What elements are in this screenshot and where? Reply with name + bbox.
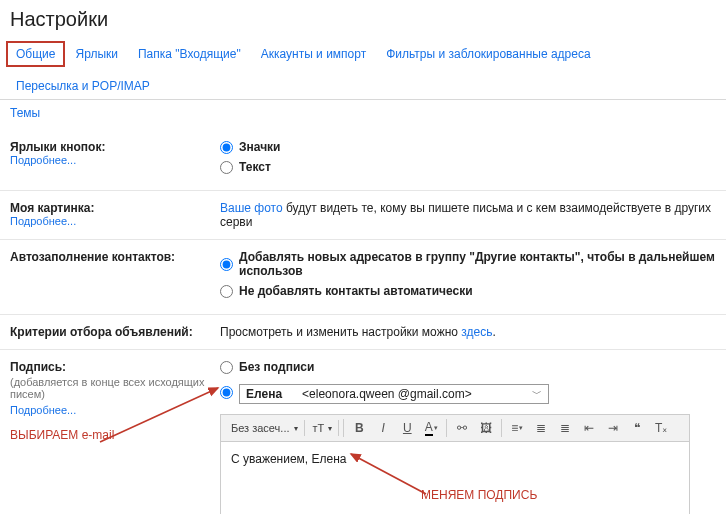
ad-criteria-here-link[interactable]: здесь	[461, 325, 492, 339]
radio-add-contacts[interactable]	[220, 258, 233, 271]
tab-themes[interactable]: Темы	[10, 106, 40, 120]
insert-image-button[interactable]: 🖼	[475, 418, 497, 438]
my-picture-label: Моя картинка:	[10, 201, 210, 215]
font-size-label: тT	[313, 422, 325, 434]
annotation-select-email: ВЫБИРАЕМ e-mail	[10, 428, 114, 442]
link-button[interactable]: ⚯	[451, 418, 473, 438]
radio-no-signature[interactable]	[220, 361, 233, 374]
button-labels-label: Ярлыки кнопок:	[10, 140, 210, 154]
quote-button[interactable]: ❝	[626, 418, 648, 438]
your-photo-link[interactable]: Ваше фото	[220, 201, 283, 215]
annotation-change-signature: МЕНЯЕМ ПОДПИСЬ	[421, 488, 537, 502]
remove-formatting-button[interactable]: Tₓ	[650, 418, 672, 438]
signature-more-link[interactable]: Подробнее...	[10, 404, 210, 416]
signature-subtext: (добавляется в конце всех исходящих писе…	[10, 376, 210, 400]
text-color-button[interactable]: A▾	[420, 418, 442, 438]
svg-line-0	[351, 454, 426, 494]
radio-noadd-contacts[interactable]	[220, 285, 233, 298]
tab-forwarding[interactable]: Пересылка и POP/IMAP	[6, 73, 160, 99]
font-size-dropdown[interactable]: тT ▾	[307, 420, 340, 436]
settings-tabs: Общие Ярлыки Папка "Входящие" Аккаунты и…	[0, 41, 726, 100]
bulleted-list-button[interactable]: ≣	[554, 418, 576, 438]
font-family-label: Без засеч...	[231, 422, 290, 434]
section-my-picture: Моя картинка: Подробнее... Ваше фото буд…	[0, 191, 726, 240]
radio-icons[interactable]	[220, 141, 233, 154]
radio-text-label: Текст	[239, 160, 271, 174]
indent-less-button[interactable]: ⇤	[578, 418, 600, 438]
radio-noadd-contacts-label: Не добавлять контакты автоматически	[239, 284, 473, 298]
radio-signature-select[interactable]	[220, 386, 233, 399]
signature-editor[interactable]: С уважением, Елена МЕНЯЕМ ПОДПИСЬ	[220, 442, 690, 514]
toolbar-separator	[501, 419, 502, 437]
indent-more-button[interactable]: ⇥	[602, 418, 624, 438]
toolbar-separator	[343, 419, 344, 437]
signature-editor-toolbar: Без засеч... ▾ тT ▾ B I U A▾ ⚯ 🖼 ≡▾ ≣ ≣	[220, 414, 690, 442]
italic-button[interactable]: I	[372, 418, 394, 438]
triangle-down-icon: ▾	[294, 424, 298, 433]
button-labels-more-link[interactable]: Подробнее...	[10, 154, 210, 166]
ad-criteria-label: Критерии отбора объявлений:	[10, 325, 210, 339]
signature-editor-text: С уважением, Елена	[231, 452, 347, 466]
tab-inbox[interactable]: Папка "Входящие"	[128, 41, 251, 67]
radio-add-contacts-label: Добавлять новых адресатов в группу "Друг…	[239, 250, 716, 278]
triangle-down-icon: ▾	[328, 424, 332, 433]
bold-button[interactable]: B	[348, 418, 370, 438]
section-ad-criteria: Критерии отбора объявлений: Просмотреть …	[0, 315, 726, 350]
tab-filters[interactable]: Фильтры и заблокированные адреса	[376, 41, 600, 67]
ad-criteria-dot: .	[493, 325, 496, 339]
tab-accounts[interactable]: Аккаунты и импорт	[251, 41, 376, 67]
signature-identity-select[interactable]: Елена <eleonora.qween @gmail.com> ﹀	[239, 384, 549, 404]
signature-identity-email: <eleonora.qween @gmail.com>	[302, 387, 472, 401]
autocomplete-label: Автозаполнение контактов:	[10, 250, 210, 264]
signature-label: Подпись:	[10, 360, 210, 374]
radio-text[interactable]	[220, 161, 233, 174]
numbered-list-button[interactable]: ≣	[530, 418, 552, 438]
chevron-down-icon: ﹀	[532, 387, 542, 401]
my-picture-text: будут видеть те, кому вы пишете письма и…	[220, 201, 711, 229]
tab-general[interactable]: Общие	[6, 41, 65, 67]
ad-criteria-text: Просмотреть и изменить настройки можно	[220, 325, 461, 339]
page-title: Настройки	[0, 0, 726, 41]
section-signature: Подпись: (добавляется в конце всех исход…	[0, 350, 726, 514]
signature-identity-name: Елена	[246, 387, 282, 401]
tab-labels[interactable]: Ярлыки	[65, 41, 128, 67]
radio-no-signature-label: Без подписи	[239, 360, 314, 374]
toolbar-separator	[446, 419, 447, 437]
radio-icons-label: Значки	[239, 140, 281, 154]
font-family-dropdown[interactable]: Без засеч... ▾	[225, 420, 305, 436]
arrow-annotation-icon	[341, 448, 431, 500]
section-autocomplete: Автозаполнение контактов: Добавлять новы…	[0, 240, 726, 315]
section-button-labels: Ярлыки кнопок: Подробнее... Значки Текст	[0, 130, 726, 191]
align-button[interactable]: ≡▾	[506, 418, 528, 438]
underline-button[interactable]: U	[396, 418, 418, 438]
my-picture-more-link[interactable]: Подробнее...	[10, 215, 210, 227]
